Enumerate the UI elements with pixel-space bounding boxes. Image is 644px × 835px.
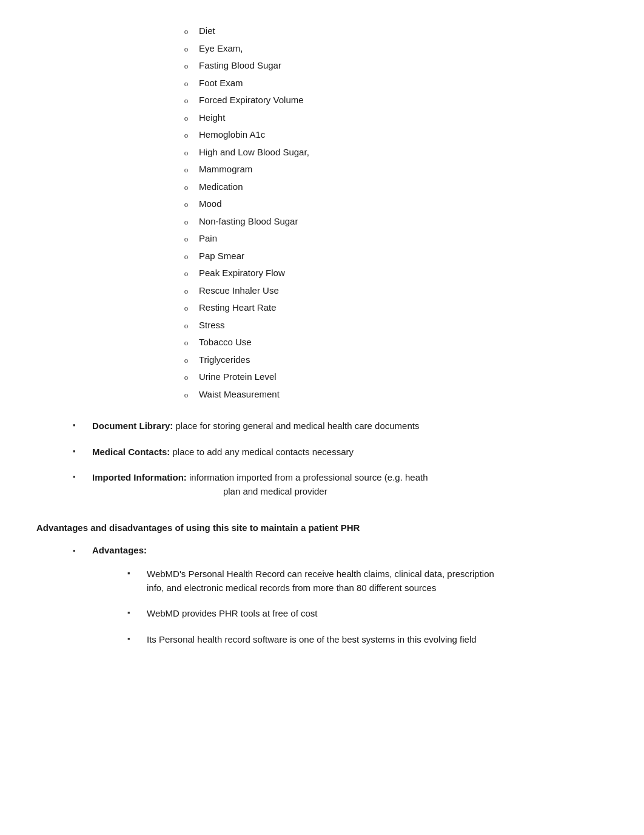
medical-contacts-label: Medical Contacts: (92, 447, 170, 457)
bullet-marker: o (182, 147, 190, 159)
bullet-text: Urine Protein Level (199, 370, 277, 384)
bullet-item: o High and Low Blood Sugar, (182, 146, 608, 160)
bullet-item: o Pain (182, 232, 608, 246)
bullet-item: o Resting Heart Rate (182, 301, 608, 315)
bullet-text: Foot Exam (199, 76, 243, 90)
imported-info-item: ▪ Imported Information: information impo… (73, 471, 608, 498)
bullet-marker: o (182, 320, 190, 332)
bullet-marker: o (182, 354, 190, 367)
bullet-text: Height (199, 111, 225, 125)
sub-bullet-item: ▪ WebMD provides PHR tools at free of co… (127, 607, 608, 621)
bullet-item: o Eye Exam, (182, 42, 608, 56)
bullet-marker: o (182, 43, 190, 55)
bullet-item: o Waist Measurement (182, 388, 608, 402)
bullet-marker: o (182, 337, 190, 349)
imported-info-label: Imported Information: (92, 472, 187, 482)
sub-bullet-marker: ▪ (127, 569, 137, 578)
bullet-text: Hemoglobin A1c (199, 128, 265, 142)
feature-bullet-3: ▪ (73, 472, 82, 481)
bullet-item: o Pap Smear (182, 249, 608, 263)
sub-bullet-text: WebMD's Personal Health Record can recei… (147, 567, 498, 595)
bullet-item: o Peak Expiratory Flow (182, 266, 608, 280)
document-library-text: Document Library: place for storing gene… (92, 419, 419, 433)
bullet-marker: o (182, 129, 190, 141)
bullet-text: Fasting Blood Sugar (199, 59, 281, 73)
bullet-item: o Hemoglobin A1c (182, 128, 608, 142)
bullet-marker: o (182, 233, 190, 245)
bullet-text: Peak Expiratory Flow (199, 266, 285, 280)
advantages-bullet: ▪ (73, 546, 82, 555)
bullet-marker: o (182, 60, 190, 72)
bullet-marker: o (182, 371, 190, 384)
bullet-marker: o (182, 164, 190, 176)
feature-list: ▪ Document Library: place for storing ge… (36, 419, 608, 498)
bullet-text: Mammogram (199, 163, 252, 177)
imported-info-text: Imported Information: information import… (92, 471, 428, 498)
bullet-text: Stress (199, 319, 225, 333)
bullet-item: o Mood (182, 197, 608, 211)
sub-bullet-text: Its Personal health record software is o… (147, 633, 477, 647)
bullet-marker: o (182, 216, 190, 228)
bullet-text: Tobacco Use (199, 336, 252, 350)
bullet-item: o Foot Exam (182, 76, 608, 90)
bullet-item: o Urine Protein Level (182, 370, 608, 384)
sub-bullet-item: ▪ WebMD's Personal Health Record can rec… (127, 567, 608, 595)
bullet-item: o Mammogram (182, 163, 608, 177)
bullet-text: Pap Smear (199, 249, 244, 263)
bullet-marker: o (182, 25, 190, 38)
bullet-text: Medication (199, 180, 243, 194)
bullet-marker: o (182, 302, 190, 314)
medical-contacts-item: ▪ Medical Contacts: place to add any med… (73, 445, 608, 459)
bullet-text: Resting Heart Rate (199, 301, 277, 315)
bullet-text: Diet (199, 24, 215, 38)
bullet-item: o Medication (182, 180, 608, 194)
bullet-marker: o (182, 251, 190, 263)
bullet-item: o Triglycerides (182, 353, 608, 367)
advantages-sub-list: ▪ WebMD's Personal Health Record can rec… (127, 567, 608, 646)
bullet-item: o Stress (182, 319, 608, 333)
bullet-text: Rescue Inhaler Use (199, 284, 279, 298)
advantages-label: Advantages: (92, 545, 147, 555)
bullet-marker: o (182, 112, 190, 124)
bullet-item: o Diet (182, 24, 608, 38)
medical-contacts-text: Medical Contacts: place to add any medic… (92, 445, 354, 459)
bullet-marker: o (182, 181, 190, 194)
bullet-marker: o (182, 268, 190, 280)
bullet-text: Non-fasting Blood Sugar (199, 215, 298, 229)
bullet-text: Waist Measurement (199, 388, 280, 402)
bullet-text: Mood (199, 197, 222, 211)
imported-info-centered: plan and medical provider (122, 485, 428, 499)
bullet-item: o Rescue Inhaler Use (182, 284, 608, 298)
bullet-marker: o (182, 389, 190, 401)
feature-bullet-2: ▪ (73, 447, 82, 456)
bullet-text: High and Low Blood Sugar, (199, 146, 309, 160)
bullet-marker: o (182, 78, 190, 90)
sub-bullet-item: ▪ Its Personal health record software is… (127, 633, 608, 647)
sub-bullet-text: WebMD provides PHR tools at free of cost (147, 607, 318, 621)
document-library-item: ▪ Document Library: place for storing ge… (73, 419, 608, 433)
bullet-item: o Height (182, 111, 608, 125)
bullet-text: Triglycerides (199, 353, 250, 367)
bullet-item: o Tobacco Use (182, 336, 608, 350)
bullet-item: o Fasting Blood Sugar (182, 59, 608, 73)
health-items-list: o Diet o Eye Exam, o Fasting Blood Sugar… (182, 24, 608, 401)
sub-bullet-marker: ▪ (127, 634, 137, 643)
document-library-label: Document Library: (92, 421, 173, 431)
bullet-marker: o (182, 95, 190, 107)
bullet-marker: o (182, 198, 190, 211)
feature-bullet-1: ▪ (73, 421, 82, 430)
advantages-section: ▪ Advantages: ▪ WebMD's Personal Health … (36, 545, 608, 646)
bullet-marker: o (182, 285, 190, 297)
sub-bullet-marker: ▪ (127, 608, 137, 617)
bullet-text: Forced Expiratory Volume (199, 93, 304, 107)
advantages-header: ▪ Advantages: (73, 545, 608, 555)
bullet-text: Eye Exam, (199, 42, 243, 56)
bullet-text: Pain (199, 232, 217, 246)
section-heading: Advantages and disadvantages of using th… (36, 522, 608, 533)
bullet-item: o Forced Expiratory Volume (182, 93, 608, 107)
bullet-item: o Non-fasting Blood Sugar (182, 215, 608, 229)
